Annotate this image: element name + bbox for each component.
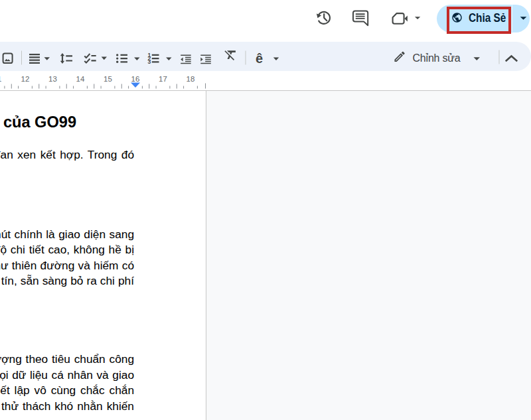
svg-text:ê: ê	[256, 51, 263, 66]
svg-text:Chỉnh sửa: Chỉnh sửa	[413, 52, 461, 64]
svg-text:3: 3	[148, 58, 151, 65]
svg-text:12: 12	[21, 75, 30, 83]
svg-text:17: 17	[159, 75, 167, 83]
svg-text:15: 15	[104, 75, 112, 83]
svg-text:16: 16	[131, 75, 140, 83]
svg-text:18: 18	[187, 75, 195, 83]
svg-text:14: 14	[76, 75, 85, 83]
svg-text:11: 11	[0, 75, 1, 83]
svg-text:13: 13	[48, 75, 57, 83]
